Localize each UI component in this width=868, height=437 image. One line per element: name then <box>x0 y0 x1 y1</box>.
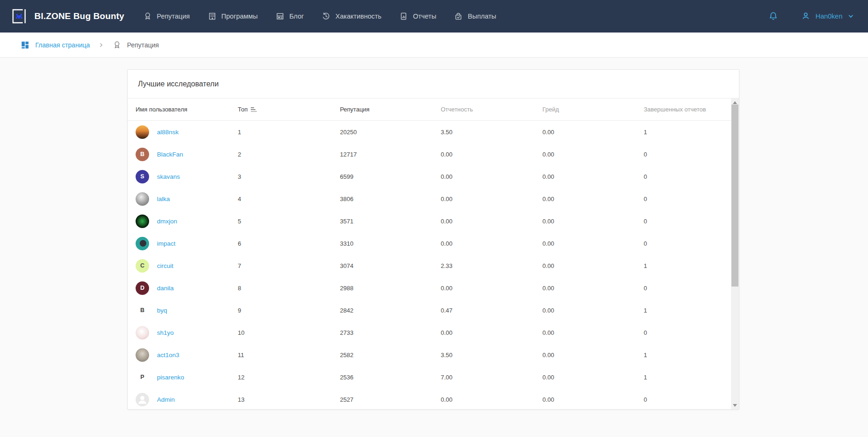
table-row: B byq 9 2842 0.47 0.00 1 <box>128 299 739 321</box>
cell-top: 13 <box>238 396 340 403</box>
sort-icon <box>251 107 257 112</box>
username-link[interactable]: impact <box>157 240 176 247</box>
cell-reporting: 0.00 <box>441 285 542 292</box>
table-body: al88nsk 1 20250 3.50 0.00 1 B BlackFan 2… <box>128 121 739 410</box>
user-menu[interactable]: Han0ken <box>800 11 855 22</box>
bizone-logo-icon <box>8 6 30 27</box>
breadcrumb-home-link[interactable]: Главная страница <box>35 41 90 49</box>
avatar: B <box>136 148 149 161</box>
cell-reputation: 12717 <box>340 151 441 158</box>
user-cell: S skavans <box>136 170 238 183</box>
user-cell: al88nsk <box>136 125 238 139</box>
nav-label: Выплаты <box>468 13 496 20</box>
dashboard-grid-icon <box>20 40 30 50</box>
username-link[interactable]: circuit <box>157 262 173 269</box>
table-row: B BlackFan 2 12717 0.00 0.00 0 <box>128 143 739 165</box>
column-header-2[interactable]: Репутация <box>340 106 441 113</box>
table-row: impact 6 3310 0.00 0.00 0 <box>128 232 739 254</box>
username-link[interactable]: sh1yo <box>157 329 174 336</box>
username-link[interactable]: dmxjon <box>157 218 177 225</box>
nav-label: Репутация <box>157 13 190 20</box>
nav-item-programs[interactable]: Программы <box>208 12 258 21</box>
username-link[interactable]: byq <box>157 307 167 314</box>
medal-icon <box>112 40 122 50</box>
cell-reputation: 3310 <box>340 240 441 247</box>
cell-reputation: 6599 <box>340 173 441 180</box>
cell-grade: 0.00 <box>542 352 644 359</box>
cell-reputation: 3806 <box>340 196 441 202</box>
cell-reporting: 0.00 <box>441 173 542 180</box>
nav-item-blog[interactable]: Блог <box>275 12 304 21</box>
top-navigation-bar: BI.ZONE Bug Bounty Репутация Программы <box>0 0 868 33</box>
cell-reporting: 0.47 <box>441 307 542 314</box>
nav-item-reports[interactable]: Отчеты <box>399 12 436 21</box>
cell-grade: 0.00 <box>542 173 644 180</box>
medal-icon <box>143 12 152 21</box>
cell-grade: 0.00 <box>542 329 644 336</box>
breadcrumb-current: Репутация <box>127 41 159 49</box>
column-header-3[interactable]: Отчетность <box>441 106 542 113</box>
scroll-down-arrow[interactable] <box>731 401 739 409</box>
column-header-4[interactable]: Грейд <box>542 106 644 113</box>
cell-grade: 0.00 <box>542 151 644 158</box>
top-researchers-card: Лучшие исследователи Имя пользователяТоп… <box>127 69 739 410</box>
cell-completed: 1 <box>644 129 731 136</box>
username-link[interactable]: al88nsk <box>157 129 179 136</box>
username-link[interactable]: act1on3 <box>157 352 179 359</box>
brand-logo[interactable]: BI.ZONE Bug Bounty <box>8 6 124 27</box>
payments-bag-icon <box>454 12 463 21</box>
nav-item-payments[interactable]: Выплаты <box>454 12 496 21</box>
cell-completed: 1 <box>644 307 731 314</box>
cell-completed: 0 <box>644 218 731 225</box>
username-link[interactable]: lalka <box>157 196 170 202</box>
avatar <box>136 326 149 339</box>
cell-reputation: 20250 <box>340 129 441 136</box>
cell-reporting: 0.00 <box>441 218 542 225</box>
avatar-letter: C <box>140 262 144 269</box>
cell-grade: 0.00 <box>542 196 644 202</box>
username-link[interactable]: Admin <box>157 396 175 403</box>
avatar: P <box>136 371 149 384</box>
username-link[interactable]: skavans <box>157 173 180 180</box>
history-clock-icon <box>321 12 331 21</box>
column-header-5[interactable]: Завершенных отчетов <box>644 106 731 113</box>
bell-icon[interactable] <box>768 11 779 22</box>
column-header-label: Завершенных отчетов <box>644 106 706 113</box>
cell-reporting: 0.00 <box>441 151 542 158</box>
avatar <box>136 237 149 250</box>
newspaper-icon <box>275 12 285 21</box>
cell-top: 1 <box>238 129 340 136</box>
username-link[interactable]: danila <box>157 285 174 292</box>
cell-completed: 0 <box>644 396 731 403</box>
cell-completed: 0 <box>644 151 731 158</box>
user-cell: dmxjon <box>136 215 238 228</box>
cell-top: 8 <box>238 285 340 292</box>
nav-item-hackactivity[interactable]: Хакактивность <box>321 12 381 21</box>
avatar-letter: P <box>140 374 144 380</box>
column-header-label: Топ <box>238 106 248 113</box>
avatar: S <box>136 170 149 183</box>
cell-top: 7 <box>238 262 340 269</box>
cell-top: 10 <box>238 329 340 336</box>
cell-reporting: 0.00 <box>441 196 542 202</box>
vertical-scrollbar[interactable] <box>731 98 739 409</box>
nav-item-reputation[interactable]: Репутация <box>143 12 190 21</box>
nav-label: Хакактивность <box>335 13 381 20</box>
cell-reputation: 2536 <box>340 374 441 381</box>
table-header-row: Имя пользователяТопРепутацияОтчетностьГр… <box>128 98 739 121</box>
column-header-0[interactable]: Имя пользователя <box>136 106 238 113</box>
cell-reporting: 7.00 <box>441 374 542 381</box>
user-cell: impact <box>136 237 238 250</box>
username-link[interactable]: pisarenko <box>157 374 184 381</box>
scrollbar-thumb[interactable] <box>731 104 738 287</box>
cell-top: 5 <box>238 218 340 225</box>
user-cell: lalka <box>136 192 238 206</box>
user-cell: Admin <box>136 393 238 406</box>
chevron-down-icon <box>847 12 855 20</box>
username-link[interactable]: BlackFan <box>157 151 183 158</box>
card-title: Лучшие исследователи <box>128 70 739 98</box>
user-cell: P pisarenko <box>136 371 238 384</box>
avatar <box>136 215 149 228</box>
column-header-1[interactable]: Топ <box>238 106 340 113</box>
cell-reporting: 2.33 <box>441 262 542 269</box>
